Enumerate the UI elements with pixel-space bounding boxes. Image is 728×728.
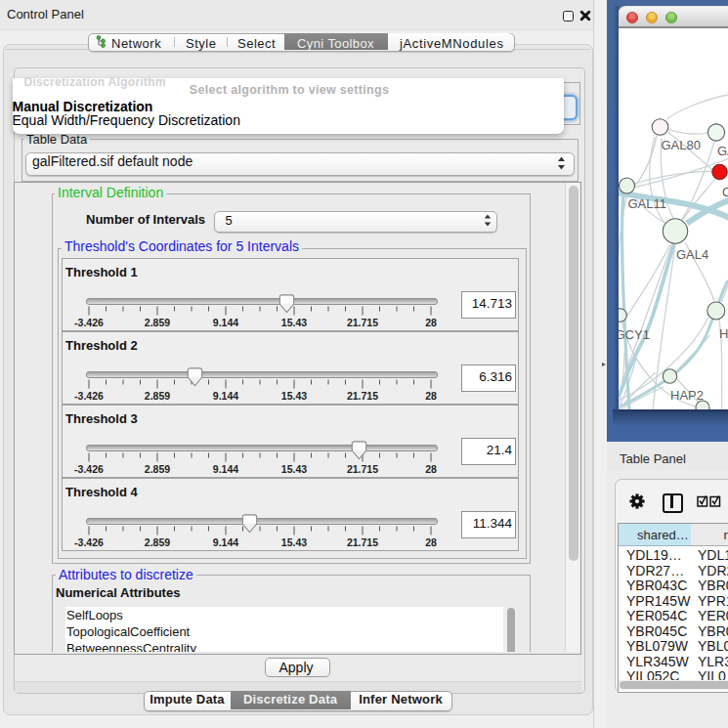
svg-text:C: C — [722, 184, 728, 198]
svg-text:GA: GA — [717, 143, 728, 157]
svg-text:GAL80: GAL80 — [662, 138, 701, 152]
svg-text:GAL4: GAL4 — [676, 247, 708, 262]
svg-text:GCY1: GCY1 — [619, 326, 650, 341]
svg-text:GAL11: GAL11 — [628, 195, 667, 210]
svg-text:H: H — [719, 326, 728, 341]
svg-text:HAP2: HAP2 — [670, 387, 704, 402]
